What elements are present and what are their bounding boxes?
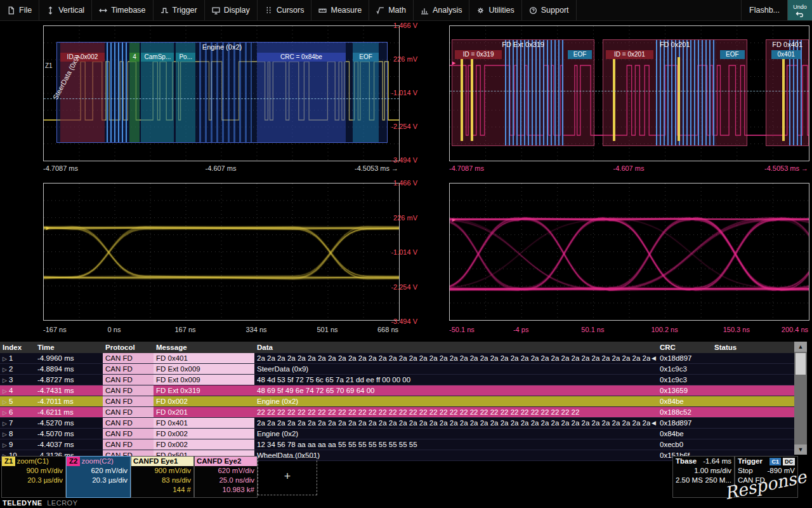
menu-item-label: Display [224,6,250,15]
index-value: 7 [9,419,13,427]
table-row[interactable]: ▷7-4.5270 msCAN FDFD 0x4012a 2a 2a 2a 2a… [0,418,794,429]
column-header-data: Data [254,342,657,353]
menu-item-timebase[interactable]: Timebase [92,0,153,20]
descriptor-line: 20.3 µs/div [2,476,65,485]
cell-data: 2a 2a 2a 2a 2a 2a 2a 2a 2a 2a 2a 2a 2a 2… [254,418,657,428]
menu-item-label: Math [388,6,406,15]
cell-message: FD Ext 0x009 [154,364,254,374]
data-bytes: 48 69 5f 49 6e 74 72 65 70 69 64 00 [257,385,657,396]
expand-icon[interactable]: ▷ [3,356,7,362]
decode-id-label: 0x401 [771,50,801,59]
menu-item-utilities[interactable]: Utilities [469,0,521,20]
scrollbar-thumb[interactable] [796,353,806,375]
data-bytes: 48 4d 53 5f 72 75 6c 65 7a 21 dd ee ff 0… [257,375,657,385]
menu-item-file[interactable]: File [0,0,39,20]
menu-item-math[interactable]: Math [369,0,414,20]
decode-bits [505,40,565,145]
cell-index: ▷3 [0,375,35,385]
expand-icon[interactable]: ▷ [3,431,7,438]
expand-icon[interactable]: ▷ [3,410,7,416]
frame-title: Engine (0x2) [57,43,388,51]
cell-status [712,429,794,439]
brand-teledyne: TELEDYNE [3,499,43,507]
cell-crc: 0x1c9c3 [657,375,712,385]
cell-message: FD Ext 0x009 [154,375,254,385]
cell-crc: 0x188c52 [657,407,712,417]
decode-segment-stuff [107,43,128,142]
x-axis-labels: -167 ns0 ns167 ns334 ns501 ns668 ns [43,324,398,337]
trace-descriptor-z1[interactable]: Z1zoom(C1)900 mV/div20.3 µs/div [1,456,66,498]
column-header-crc: CRC [657,342,712,353]
cell-time: -4.5270 ms [35,418,103,428]
table-row[interactable]: ▷6-4.6211 msCAN FDFD 0x20122 22 22 22 22… [0,407,794,418]
descriptor-bar: + Tbase -1.64 ms 1.00 ms/div 2.50 MS 250… [0,456,812,499]
cell-protocol: CAN FD [103,429,154,439]
menu-item-display[interactable]: Display [205,0,258,20]
eye-diagram-area-1[interactable]: ► [43,183,400,321]
decode-segment-label: CamSp... [141,53,174,62]
trace-descriptor-canfdeye2[interactable]: CANFD Eye2620 mV/div25.0 ns/div10.983 k# [194,456,258,498]
menu-item-cursors[interactable]: Cursors [258,0,312,20]
menu-item-trigger[interactable]: Trigger [154,0,205,20]
display-icon [212,6,220,15]
x-axis-label: 100.2 ns [651,326,678,333]
menu-item-support[interactable]: Support [522,0,577,20]
expand-icon[interactable]: ▷ [3,420,7,427]
eye-grid-canfd-eye2: 1.466 V226 mV-1.014 V-2.254 V-3.494 V ► … [421,183,809,337]
decode-segment-label: 4 [129,53,140,62]
scroll-up-button[interactable]: ▲ [794,342,807,352]
table-row[interactable]: ▷8-4.5070 msCAN FDFD 0x002Engine (0x2)0x… [0,429,794,439]
expand-icon[interactable]: ▷ [3,442,7,448]
trace-chip-label: Z2 [67,457,80,466]
index-value: 6 [9,408,13,416]
protocol-decode-table: IndexTimeProtocolMessageDataCRCStatus ▷1… [0,342,794,461]
cell-status [712,375,794,385]
x-axis-label: 150.3 ns [723,326,750,333]
table-row[interactable]: ▷2-4.8894 msCAN FDFD Ext 0x009SteerData … [0,364,794,375]
menu-item-vertical[interactable]: Vertical [39,0,92,20]
descriptor-line: 620 mV/div [195,466,257,476]
x-axis-label: -4.7087 ms [449,164,484,172]
x-axis-label: -4.7087 ms [43,164,78,172]
x-axis-label: -50.1 ns [449,326,475,333]
eye-diagram-area-2[interactable]: ► [449,183,809,321]
menu-item-flashback[interactable]: Flashb... [741,0,787,20]
x-axis-label: -4.607 ms [613,164,645,172]
timebase-label: Tbase [676,457,697,466]
cell-status [712,385,794,396]
menu-items: FileVerticalTimebaseTriggerDisplayCursor… [0,0,577,20]
table-row[interactable]: ▷1-4.9960 msCAN FDFD 0x4012a 2a 2a 2a 2a… [0,353,794,364]
cell-data: 2a 2a 2a 2a 2a 2a 2a 2a 2a 2a 2a 2a 2a 2… [254,353,657,363]
cell-data: 48 69 5f 49 6e 74 72 65 70 69 64 00 [254,385,657,396]
zoom-grid-z2: 1.466 V226 mV-1.014 V-2.254 V-3.494 V FD… [421,25,809,175]
expand-icon[interactable]: ▷ [3,388,7,394]
trace-descriptor-canfdeye1[interactable]: CANFD Eye1900 mV/div83 ns/div144 # [131,456,194,498]
scroll-down-button[interactable]: ▼ [794,444,807,455]
cell-crc: 0x1c9c3 [657,364,712,374]
decode-marker [782,57,785,141]
cell-data: SteerData (0x9) [254,364,657,374]
axis-arrow-icon: → [391,164,398,172]
add-trace-button[interactable]: + [258,457,317,495]
table-row[interactable]: ▷4-4.7431 msCAN FDFD Ext 0x31948 69 5f 4… [0,385,794,396]
expand-icon[interactable]: ▷ [3,366,7,373]
table-scrollbar[interactable]: ▲ ▼ [794,342,807,455]
menu-item-measure[interactable]: Measure [311,0,369,20]
axis-arrow-icon: → [801,164,808,172]
menu-item-label: Vertical [58,6,84,15]
menu-item-analysis[interactable]: Analysis [414,0,470,20]
cell-data: Engine (0x2) [254,429,657,439]
waveform-area-z2[interactable]: FD Ext 0x319ID = 0x319EOFFD 0x201ID = 0x… [449,25,809,161]
data-bytes: Engine (0x2) [257,429,657,439]
cell-time: -4.5070 ms [35,429,103,439]
trace-descriptor-z2[interactable]: Z2zoom(C2)620 mV/div20.3 µs/div [66,456,131,498]
table-row[interactable]: ▷5-4.7011 msCAN FDFD 0x002Engine (0x2)0x… [0,396,794,407]
expand-icon[interactable]: ▷ [3,377,7,384]
table-row[interactable]: ▷9-4.4037 msCAN FDFD 0x00212 34 56 78 aa… [0,439,794,450]
trigger-label: Trigger [738,457,763,466]
waveform-area-z1[interactable]: Engine (0x2)ID = 0x0024CamSp...Po...CRC … [43,25,400,161]
table-row[interactable]: ▷3-4.8727 msCAN FDFD Ext 0x00948 4d 53 5… [0,375,794,385]
expand-icon[interactable]: ▷ [3,399,7,405]
cell-index: ▷1 [0,353,35,363]
undo-button[interactable]: Undo [787,0,812,20]
